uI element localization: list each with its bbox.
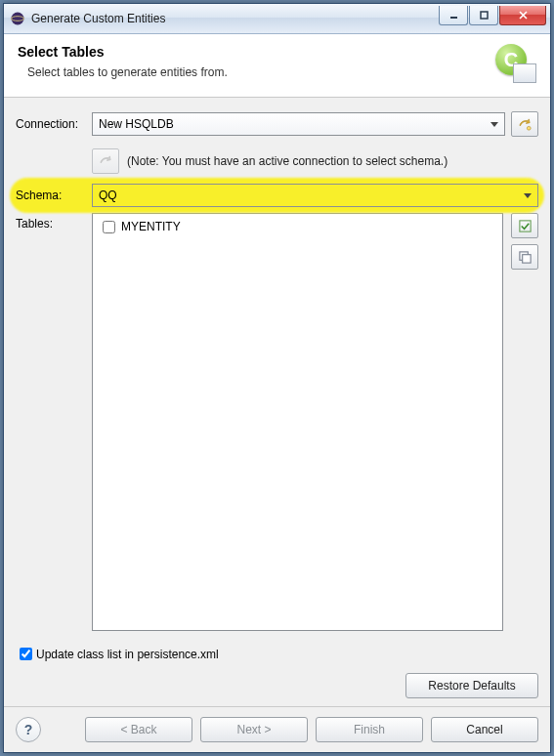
wizard-body: Connection: New HSQLDB (Note: You must h… (4, 98, 550, 706)
reconnect-button[interactable] (92, 148, 119, 174)
svg-rect-7 (519, 220, 530, 231)
update-classlist-checkbox[interactable]: Update class list in persistence.xml (16, 645, 538, 663)
deselect-all-button[interactable] (511, 244, 538, 270)
connection-value: New HSQLDB (99, 117, 174, 131)
table-checkbox[interactable] (103, 221, 115, 233)
select-all-button[interactable] (511, 213, 538, 238)
connection-row: Connection: New HSQLDB (16, 111, 538, 137)
next-button[interactable]: Next > (200, 717, 308, 742)
window-controls (438, 6, 550, 25)
entity-wizard-icon: C (490, 44, 536, 83)
table-row[interactable]: MYENTITY (99, 218, 496, 235)
banner-title: Select Tables (18, 44, 482, 60)
help-button[interactable]: ? (16, 717, 41, 742)
schema-select[interactable]: QQ (92, 184, 538, 207)
wizard-footer: ? < Back Next > Finish Cancel (4, 706, 550, 752)
connection-label: Connection: (16, 117, 92, 131)
svg-point-0 (12, 13, 24, 25)
table-name: MYENTITY (121, 220, 181, 233)
update-classlist-label: Update class list in persistence.xml (36, 648, 219, 661)
update-classlist-input[interactable] (20, 648, 32, 660)
help-icon: ? (24, 722, 33, 737)
tables-label: Tables: (16, 213, 92, 631)
back-button[interactable]: < Back (85, 717, 192, 742)
finish-button[interactable]: Finish (316, 717, 423, 742)
banner-subtitle: Select tables to generate entities from. (27, 65, 482, 79)
svg-point-6 (527, 126, 531, 130)
minimize-button[interactable] (439, 6, 468, 25)
connection-select[interactable]: New HSQLDB (92, 112, 505, 136)
connection-note-row: (Note: You must have an active connectio… (92, 148, 538, 174)
maximize-button[interactable] (469, 6, 498, 25)
restore-defaults-button[interactable]: Restore Defaults (405, 673, 538, 698)
schema-value: QQ (99, 189, 117, 202)
tables-area: Tables: MYENTITY (16, 213, 538, 631)
new-connection-button[interactable] (511, 111, 538, 137)
svg-rect-9 (522, 254, 530, 262)
close-button[interactable] (499, 6, 546, 25)
schema-label: Schema: (16, 189, 92, 202)
schema-highlight: Schema: QQ (16, 184, 538, 207)
svg-rect-3 (481, 12, 488, 19)
connection-note: (Note: You must have an active connectio… (127, 154, 447, 168)
titlebar: Generate Custom Entities (4, 4, 550, 34)
tables-list[interactable]: MYENTITY (92, 213, 503, 631)
eclipse-icon (10, 11, 25, 26)
wizard-banner: Select Tables Select tables to generate … (4, 34, 550, 98)
dialog-window: Generate Custom Entities Select Tables S… (3, 3, 551, 753)
window-title: Generate Custom Entities (31, 12, 438, 25)
cancel-button[interactable]: Cancel (431, 717, 538, 742)
